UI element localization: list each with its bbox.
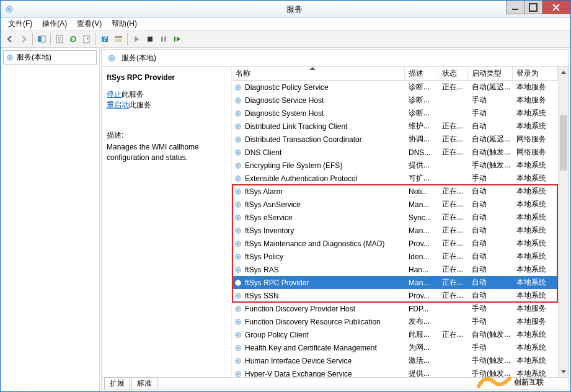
close-button[interactable] (542, 1, 570, 14)
svg-rect-16 (174, 37, 175, 42)
cell-desc: 为网... (405, 341, 438, 355)
titlebar[interactable]: 服务 (1, 1, 570, 18)
back-button[interactable] (3, 32, 17, 46)
table-row[interactable]: ftSys PolicyIden...正在...自动本地系统 (232, 250, 558, 263)
cell-logon: 本地服务 (513, 93, 558, 107)
svg-text:?: ? (102, 34, 107, 43)
cell-desc: 协调... (405, 132, 438, 146)
cell-logon: 本地系统 (513, 119, 558, 133)
col-header-status[interactable]: 状态 (438, 67, 468, 80)
cell-name: Function Discovery Resource Publication (245, 318, 381, 326)
menu-file[interactable]: 文件(F) (3, 17, 37, 30)
table-row[interactable]: Health Key and Certificate Management为网.… (232, 341, 558, 354)
cell-logon: 本地系统 (513, 249, 558, 264)
cell-startup: 手动 (468, 314, 513, 329)
scroll-down-button[interactable] (559, 367, 569, 377)
restart-link[interactable]: 重启动 (107, 100, 129, 109)
table-row[interactable]: Encrypting File System (EFS)提供...手动(触发..… (232, 159, 558, 172)
cell-status: 正在... (438, 262, 468, 277)
table-row[interactable]: Human Interface Device Service激活...手动(触发… (232, 354, 558, 367)
scroll-up-button[interactable] (559, 67, 569, 78)
cell-startup: 自动 (468, 262, 513, 277)
vertical-scrollbar[interactable] (558, 67, 569, 377)
menu-action[interactable]: 操作(A) (37, 17, 72, 30)
restart-button[interactable] (170, 32, 184, 46)
cell-desc: 维护... (405, 119, 438, 133)
svg-point-54 (237, 295, 239, 297)
table-row[interactable]: Function Discovery Resource Publication发… (232, 315, 558, 328)
cell-startup: 自动(延迟... (468, 81, 513, 94)
table-row[interactable]: Extensible Authentication Protocol可扩...手… (232, 172, 558, 185)
table-row[interactable]: ftSys Maintenance and Diagnostics (MAD)P… (232, 237, 558, 250)
table-row[interactable]: ftSys AlarmNoti...正在...自动本地系统 (232, 185, 558, 198)
export-button[interactable] (80, 32, 94, 46)
pause-button[interactable] (157, 32, 170, 46)
large-icons-button[interactable] (112, 32, 125, 46)
maximize-button[interactable] (524, 1, 542, 14)
cell-name: ftSys AsnService (245, 200, 301, 209)
gear-icon (234, 174, 242, 183)
col-header-desc[interactable]: 描述 (405, 67, 438, 80)
forward-button[interactable] (17, 32, 30, 46)
table-row[interactable]: DNS ClientDNS...正在...自动(触发...网络服务 (232, 146, 558, 159)
tab-standard[interactable]: 标准 (131, 377, 157, 390)
table-row[interactable]: Hyper-V Data Exchange Service提供...手动(触发.… (232, 367, 558, 377)
scroll-thumb[interactable] (560, 115, 567, 171)
table-row[interactable]: ftSys RPC ProviderMan...正在...自动本地系统 (232, 276, 558, 289)
properties-button[interactable] (53, 32, 66, 46)
help-button[interactable]: ? (98, 32, 112, 46)
table-row[interactable]: ftSys eServiceSync...正在...自动本地系统 (232, 211, 558, 224)
svg-point-26 (237, 112, 239, 115)
table-row[interactable]: Distributed Transaction Coordinator协调...… (232, 133, 558, 146)
cell-startup: 自动(触发... (468, 327, 513, 342)
cell-desc: DNS... (405, 146, 438, 159)
cell-desc: Iden... (405, 251, 438, 263)
scroll-track[interactable] (559, 78, 569, 367)
table-row[interactable]: Diagnostic Service Host诊断...手动本地服务 (232, 94, 558, 107)
tab-extended[interactable]: 扩展 (104, 377, 130, 390)
minimize-button[interactable] (506, 1, 525, 14)
cell-logon: 本地系统 (513, 236, 558, 251)
nav-item-services-local[interactable]: 服务(本地) (3, 50, 97, 65)
cell-desc: Prov... (405, 290, 438, 302)
cell-startup: 自动 (468, 184, 513, 198)
service-list[interactable]: 名称 描述 状态 启动类型 登录为 Diagnostic Policy Serv… (232, 67, 558, 377)
list-rows[interactable]: Diagnostic Policy Service诊断...正在...自动(延迟… (232, 81, 558, 377)
svg-point-66 (237, 373, 239, 375)
cell-status: 正在... (438, 288, 468, 303)
details-header-title: 服务(本地) (122, 53, 156, 63)
gear-icon (234, 370, 242, 378)
table-row[interactable]: ftSys RASHan...正在...自动本地系统 (232, 263, 558, 276)
svg-rect-11 (115, 36, 122, 38)
table-row[interactable]: Diagnostic Policy Service诊断...正在...自动(延迟… (232, 81, 558, 94)
list-header: 名称 描述 状态 启动类型 登录为 (232, 67, 558, 81)
col-header-startup[interactable]: 启动类型 (468, 67, 513, 80)
table-row[interactable]: ftSys SSNProv...正在...自动本地系统 (232, 289, 558, 302)
gear-icon (234, 161, 242, 170)
gear-icon (234, 292, 242, 300)
table-row[interactable]: ftSys AsnServiceMan...正在...自动本地系统 (232, 198, 558, 211)
table-row[interactable]: Group Policy Client此服...正在...自动(触发...本地系… (232, 328, 558, 341)
details-header: 服务(本地) (102, 50, 569, 67)
toolbar: ? (1, 30, 570, 48)
play-button[interactable] (130, 32, 143, 46)
window-title: 服务 (18, 4, 570, 15)
menu-view[interactable]: 查看(V) (72, 17, 107, 30)
nav-pane[interactable]: 服务(本地) (1, 48, 100, 391)
table-row[interactable]: Function Discovery Provider HostFDP...手动… (232, 302, 558, 315)
menu-help[interactable]: 帮助(H) (107, 17, 142, 30)
table-row[interactable]: ftSys InventoryMan...正在...自动本地系统 (232, 224, 558, 237)
stop-link[interactable]: 停止 (107, 90, 122, 99)
show-hide-tree-button[interactable] (35, 32, 48, 46)
svg-rect-2 (38, 36, 41, 42)
cell-logon: 本地系统 (513, 171, 558, 185)
cell-logon: 网络服务 (513, 145, 558, 159)
gear-icon (234, 278, 242, 287)
col-header-logon[interactable]: 登录为 (513, 67, 558, 80)
col-header-name[interactable]: 名称 (232, 67, 405, 80)
table-row[interactable]: Diagnostic System Host诊断...手动本地系统 (232, 107, 558, 120)
table-row[interactable]: Distributed Link Tracking Client维护...正在.… (232, 120, 558, 133)
stop-button[interactable] (143, 32, 157, 46)
svg-point-64 (237, 360, 239, 362)
refresh-button[interactable] (66, 32, 80, 46)
